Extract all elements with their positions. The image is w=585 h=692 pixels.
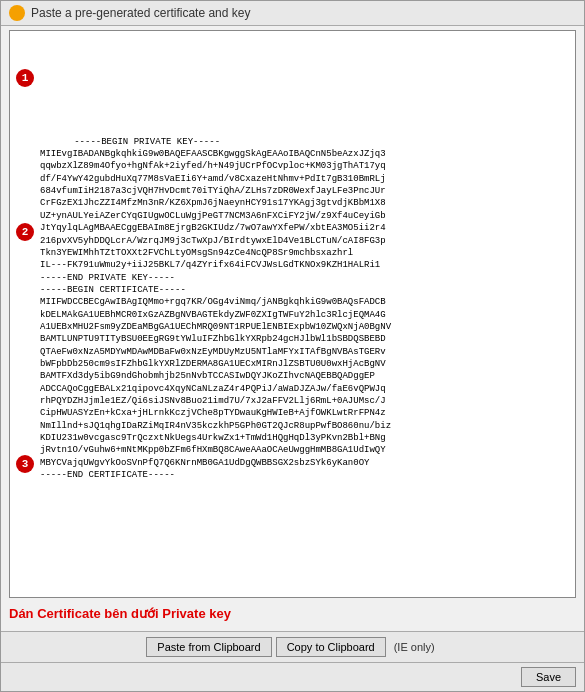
paste-from-clipboard-button[interactable]: Paste from Clipboard (146, 637, 271, 657)
main-content: 1 2 3 -----BEGIN PRIVATE KEY----- MIIEvg… (1, 26, 584, 631)
circle-icon (9, 5, 25, 21)
badge-2: 2 (16, 223, 34, 241)
badge-1: 1 (16, 69, 34, 87)
window-container: Paste a pre-generated certificate and ke… (0, 0, 585, 692)
header-title: Paste a pre-generated certificate and ke… (31, 6, 250, 20)
ie-note: (IE only) (390, 638, 439, 656)
cert-textarea[interactable]: 1 2 3 -----BEGIN PRIVATE KEY----- MIIEvg… (9, 30, 576, 598)
bottom-bar: Paste from Clipboard Copy to Clipboard (… (1, 631, 584, 662)
save-bar: Save (1, 662, 584, 691)
copy-to-clipboard-button[interactable]: Copy to Clipboard (276, 637, 386, 657)
hint-label: Dán Certificate bên dưới Private key (9, 606, 576, 621)
save-button[interactable]: Save (521, 667, 576, 687)
header-bar: Paste a pre-generated certificate and ke… (1, 1, 584, 26)
badge-3: 3 (16, 455, 34, 473)
cert-content-text: -----BEGIN PRIVATE KEY----- MIIEvgIBADAN… (40, 137, 391, 480)
